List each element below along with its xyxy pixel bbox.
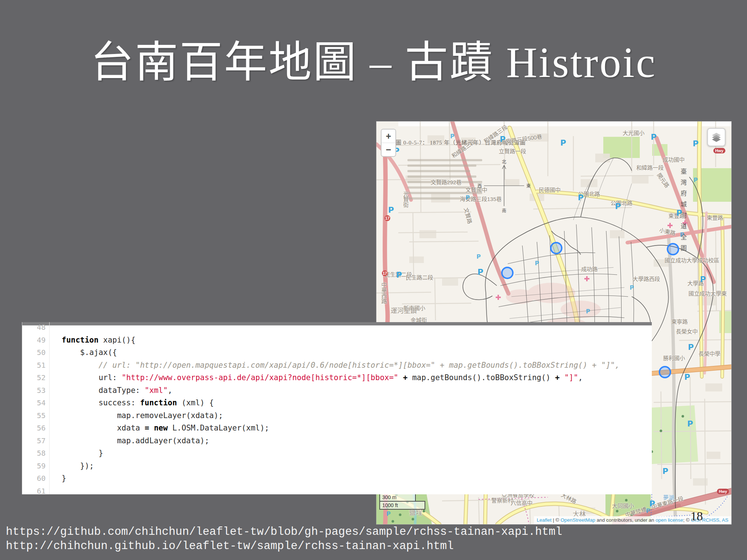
- parking-icon: P: [477, 267, 483, 277]
- map-circle-marker[interactable]: [550, 242, 562, 254]
- parking-icon: P: [687, 419, 693, 428]
- line-number: 48: [22, 322, 50, 334]
- code-token: dataType:: [62, 386, 145, 395]
- map-street-label: 大光國小: [623, 129, 645, 136]
- layers-icon: [711, 132, 722, 143]
- attribution-link[interactable]: open license: [655, 517, 683, 523]
- demo-link: http://chihchun.github.io/leaflet-tw/sam…: [6, 539, 562, 553]
- map-street-label: 夢湖: [663, 493, 674, 501]
- map-street-label: 文賢國中: [465, 186, 487, 193]
- map-circle-marker[interactable]: [501, 267, 514, 279]
- attribution-text: ; ©: [683, 517, 691, 523]
- map-street-label: 民德國中: [539, 186, 561, 193]
- code-token: $.ajax({: [62, 348, 117, 357]
- code-token: xdata: [62, 424, 145, 432]
- code-token: function: [140, 398, 177, 407]
- compass-south-label: 南: [502, 207, 506, 214]
- map-street-label: 大同國小: [612, 502, 634, 509]
- code-token: }: [62, 449, 103, 457]
- parking-icon: P: [662, 467, 668, 476]
- parking-icon: P: [684, 372, 690, 382]
- zoom-control: + −: [381, 129, 396, 157]
- parking-icon: P: [450, 133, 454, 140]
- code-line: 59 });: [22, 460, 652, 472]
- attribution-link[interactable]: Leaflet: [537, 517, 552, 523]
- parking-icon: P: [615, 202, 621, 211]
- compass-east-label: 東: [526, 182, 531, 189]
- map-street-label: 六信高中: [511, 499, 533, 506]
- code-line: 51 // url: "http://open.mapquestapi.com/…: [22, 359, 652, 372]
- route-17-shield: 17: [382, 270, 388, 276]
- code-token: "http://www.overpass-api.de/api/xapi?nod…: [121, 373, 398, 382]
- code-token: [149, 424, 154, 432]
- route-17-shield: 17: [384, 215, 390, 221]
- line-number: 58: [22, 447, 50, 460]
- map-street-label: 和緯路一段: [636, 163, 663, 171]
- code-token: ,: [168, 386, 173, 395]
- scale-control: 300 m 1000 ft: [379, 493, 425, 510]
- line-number: 51: [22, 359, 50, 372]
- parking-icon: P: [676, 208, 682, 217]
- map-street-label: 民生路二段: [406, 273, 433, 281]
- parking-icon: P: [560, 138, 566, 147]
- parking-icon: P: [396, 270, 402, 279]
- code-token: map.removeLayer(xdata);: [62, 411, 223, 420]
- code-line: 61: [22, 485, 652, 495]
- code-line: 48: [22, 322, 652, 334]
- line-number: 61: [22, 485, 50, 495]
- map-circle-marker[interactable]: [659, 366, 671, 378]
- code-token: }: [62, 474, 66, 483]
- map-street-label: 東豐路: [707, 213, 723, 221]
- map-street-label: 光賢街: [402, 191, 410, 208]
- code-token: map.getBounds().toBBoxString(): [407, 373, 555, 382]
- parking-icon: P: [535, 260, 539, 267]
- code-line: 53 dataType: "xml",: [22, 384, 652, 397]
- code-token: });: [62, 461, 94, 470]
- layers-control[interactable]: [707, 128, 725, 146]
- code-token: "xml": [145, 386, 168, 395]
- code-line: 60}: [22, 472, 652, 485]
- map-street-label: 勝利國小: [663, 354, 685, 362]
- code-line: 56 xdata = new L.OSM.DataLayer(xml);: [22, 422, 652, 435]
- code-token: ,: [578, 373, 583, 382]
- code-text: success: function (xml) {: [50, 398, 214, 407]
- slide-title: 台南百年地圖 – 古蹟 Histroic: [0, 27, 747, 89]
- line-number: 49: [22, 334, 50, 347]
- code-line: 50 $.ajax({: [22, 346, 652, 359]
- code-token: new: [154, 424, 168, 432]
- parking-icon: P: [500, 135, 506, 144]
- parking-icon: P: [693, 139, 698, 148]
- map-street-label: 東寧路: [671, 317, 688, 325]
- code-text: });: [50, 461, 94, 470]
- code-panel: 4849function xapi(){50 $.ajax({51 // url…: [22, 322, 652, 494]
- parking-icon: P: [386, 510, 391, 517]
- code-text: // url: "http://open.mapquestapi.com/xap…: [50, 361, 620, 370]
- attribution-text: and contributors, under an: [595, 517, 655, 523]
- map-circle-marker[interactable]: [667, 243, 679, 255]
- code-text: url: "http://www.overpass-api.de/api/xap…: [50, 373, 583, 382]
- zoom-out-button[interactable]: −: [382, 143, 395, 156]
- parking-icon: P: [680, 231, 684, 238]
- zoom-in-button[interactable]: +: [382, 130, 395, 143]
- code-token: =: [145, 424, 150, 432]
- parking-icon: P: [649, 499, 655, 508]
- code-text: map.removeLayer(xdata);: [50, 411, 223, 420]
- code-token: xapi(){: [98, 336, 135, 344]
- code-line: 52 url: "http://www.overpass-api.de/api/…: [22, 371, 652, 384]
- hwy-shield: Hwy: [713, 148, 725, 154]
- code-token: +: [403, 373, 408, 382]
- compass-north-label: 北: [502, 158, 506, 165]
- line-number: 55: [22, 409, 50, 422]
- code-text: xdata = new L.OSM.DataLayer(xml);: [50, 424, 269, 432]
- line-number: 57: [22, 435, 50, 447]
- parking-icon: P: [476, 253, 481, 260]
- slide: 台南百年地圖 – 古蹟 Histroic: [0, 0, 747, 560]
- attribution-link[interactable]: OpenStreetMap: [561, 517, 595, 523]
- line-number: 53: [22, 384, 50, 397]
- code-token: success:: [62, 398, 140, 407]
- map-street-label: 大學路西段: [632, 275, 660, 282]
- parking-icon: P: [586, 308, 590, 315]
- map-street-label: 新南國小: [403, 304, 425, 312]
- code-token: +: [555, 373, 560, 382]
- code-token: [398, 373, 403, 382]
